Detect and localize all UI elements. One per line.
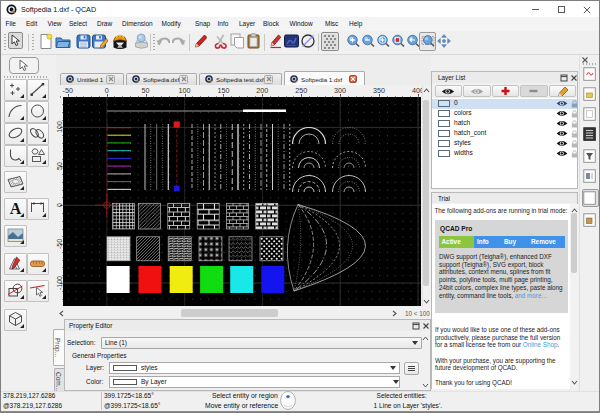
svg-text:A: A [9,200,21,217]
